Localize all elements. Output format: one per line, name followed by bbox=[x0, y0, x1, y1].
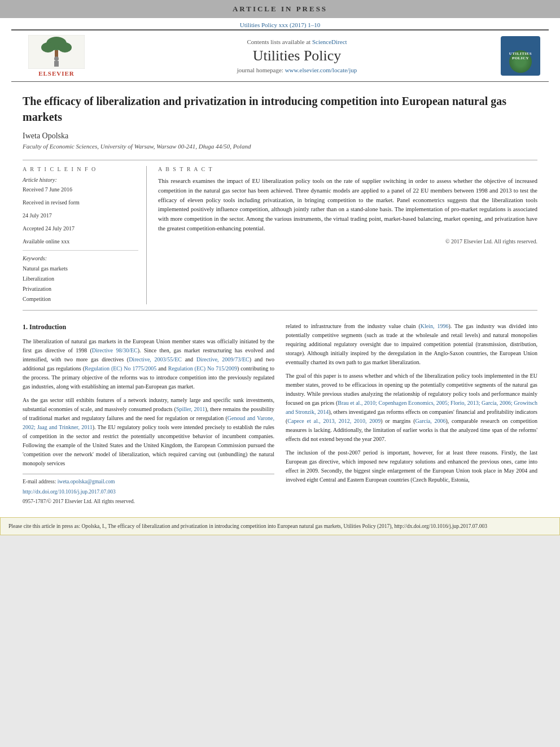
klein-1996-link[interactable]: Klein, 1996 bbox=[421, 323, 449, 329]
journal-volume-info: Utilities Policy xxx (2017) 1–10 bbox=[240, 21, 320, 28]
capece-link[interactable]: Capece et al., 2013, 2012, 2010, 2009 bbox=[287, 418, 380, 424]
keyword-1: Natural gas markets bbox=[23, 264, 138, 274]
article-content: The efficacy of liberalization and priva… bbox=[0, 82, 560, 517]
elsevier-tree-svg bbox=[28, 35, 85, 69]
available-text: Available online xxx bbox=[23, 237, 138, 246]
abstract-col: A B S T R A C T This research examines t… bbox=[158, 166, 537, 304]
author-name: Iweta Opolska bbox=[23, 132, 537, 141]
keyword-4: Competition bbox=[23, 294, 138, 304]
left-para-2: As the gas sector still exhibits feature… bbox=[23, 396, 274, 468]
abstract-section-label: A B S T R A C T bbox=[158, 166, 537, 172]
keywords-label: Keywords: bbox=[23, 255, 138, 261]
contents-line: Contents lists available at ScienceDirec… bbox=[96, 38, 498, 45]
journal-name: Utilities Policy bbox=[96, 47, 498, 64]
right-para-1: related to infrastructure from the indus… bbox=[286, 322, 537, 367]
keyword-2: Liberalization bbox=[23, 274, 138, 284]
accepted-text: Accepted 24 July 2017 bbox=[23, 224, 138, 233]
contents-label: Contents lists available at bbox=[247, 38, 310, 45]
article-title: The efficacy of liberalization and priva… bbox=[23, 93, 537, 125]
footer-cite-text: Please cite this article in press as: Op… bbox=[8, 523, 487, 529]
copyright-line: © 2017 Elsevier Ltd. All rights reserved… bbox=[158, 238, 537, 244]
info-abstract-row: A R T I C L E I N F O Article history: R… bbox=[23, 160, 537, 311]
sciencedirect-link[interactable]: ScienceDirect bbox=[312, 38, 347, 45]
section1-heading: 1. Introduction bbox=[23, 322, 274, 333]
body-right-col: related to infrastructure from the indus… bbox=[286, 322, 537, 506]
received-revised-label: Received in revised form bbox=[23, 198, 138, 207]
revised-date: 24 July 2017 bbox=[23, 211, 138, 220]
keywords-list: Natural gas markets Liberalization Priva… bbox=[23, 264, 138, 304]
keyword-3: Privatization bbox=[23, 284, 138, 294]
genoud-varone-link[interactable]: Genoud and Varone, 2002; Jaag and Trinkn… bbox=[23, 415, 274, 430]
elsevier-label: ELSEVIER bbox=[38, 70, 75, 77]
homepage-label: journal homepage: bbox=[237, 67, 283, 73]
body-two-col: 1. Introduction The liberalization of na… bbox=[23, 322, 537, 506]
up-logo-box: UTILITIESPOLICY bbox=[501, 36, 540, 76]
author-affiliation: Faculty of Economic Sciences, University… bbox=[23, 143, 537, 150]
body-left-col: 1. Introduction The liberalization of na… bbox=[23, 322, 274, 506]
footnote-email: E-mail address: iweta.opolska@gmail.com bbox=[23, 478, 274, 486]
article-history-label: Article history: bbox=[23, 177, 138, 183]
up-logo-top-text: UTILITIESPOLICY bbox=[509, 51, 532, 60]
svg-rect-6 bbox=[54, 61, 59, 67]
email-link[interactable]: iweta.opolska@gmail.com bbox=[58, 479, 115, 484]
issn-line: 0957-1787/© 2017 Elsevier Ltd. All right… bbox=[23, 497, 274, 506]
footer-cite: Please cite this article in press as: Op… bbox=[0, 517, 560, 535]
regulation-715-link[interactable]: Regulation (EC) No 715/2009 bbox=[168, 365, 237, 372]
banner-text: ARTICLE IN PRESS bbox=[233, 5, 327, 13]
directive-2009-link[interactable]: Directive, 2009/73/EC bbox=[196, 356, 250, 362]
received-text: Received 7 June 2016 bbox=[23, 185, 138, 194]
article-info-section-label: A R T I C L E I N F O bbox=[23, 166, 138, 172]
left-para-1: The liberalization of natural gas market… bbox=[23, 337, 274, 391]
doi-link[interactable]: http://dx.doi.org/10.1016/j.jup.2017.07.… bbox=[23, 489, 116, 495]
journal-info-line: Utilities Policy xxx (2017) 1–10 bbox=[0, 18, 560, 29]
right-para-3: The inclusion of the post-2007 period is… bbox=[286, 448, 537, 484]
email-label: E-mail address: bbox=[23, 479, 56, 484]
svg-point-3 bbox=[58, 42, 72, 53]
svg-point-5 bbox=[54, 56, 59, 61]
footnote-area: E-mail address: iweta.opolska@gmail.com … bbox=[23, 474, 274, 506]
journal-center: Contents lists available at ScienceDirec… bbox=[96, 38, 498, 73]
directive-2003-link[interactable]: Directive, 2003/55/EC bbox=[129, 356, 182, 362]
elsevier-logo: ELSEVIER bbox=[17, 35, 96, 77]
journal-header: ELSEVIER Contents lists available at Sci… bbox=[11, 29, 549, 82]
svg-point-2 bbox=[41, 42, 55, 53]
homepage-url[interactable]: www.elsevier.com/locate/jup bbox=[285, 67, 357, 73]
spiller-2011-link[interactable]: Spiller, 2011 bbox=[176, 406, 205, 412]
garcia-2006-link[interactable]: García, 2006 bbox=[415, 418, 446, 424]
regulation-1775-link[interactable]: Regulation (EC) No 1775/2005 bbox=[85, 365, 156, 372]
article-page: ARTICLE IN PRESS Utilities Policy xxx (2… bbox=[0, 0, 560, 535]
abstract-text: This research examines the impact of EU … bbox=[158, 177, 537, 234]
brau-2010-link[interactable]: Brau et al., 2010; Copenhagen Economics,… bbox=[286, 400, 537, 415]
directive-1998-link[interactable]: Directive 98/30/EC bbox=[92, 347, 138, 353]
article-info-col: A R T I C L E I N F O Article history: R… bbox=[23, 166, 147, 304]
right-para-2: The goal of this paper is to assess whet… bbox=[286, 372, 537, 444]
journal-homepage: journal homepage: www.elsevier.com/locat… bbox=[96, 67, 498, 73]
utilities-policy-logo: UTILITIESPOLICY bbox=[498, 36, 543, 76]
article-in-press-banner: ARTICLE IN PRESS bbox=[0, 0, 560, 18]
